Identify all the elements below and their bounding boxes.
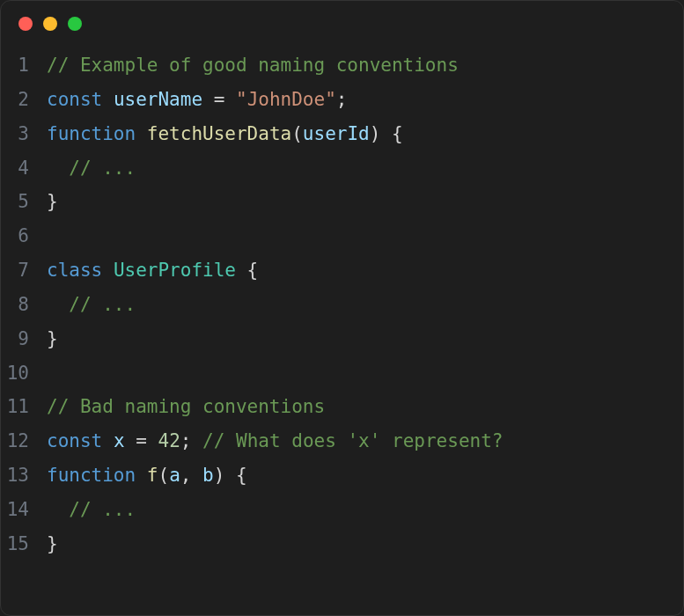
maximize-icon[interactable] <box>68 17 82 31</box>
token-punct: ; <box>180 430 192 451</box>
code-content: // Bad naming conventions <box>47 390 325 424</box>
token-punct: { <box>392 123 403 144</box>
code-line: 12const x = 42; // What does 'x' represe… <box>1 424 683 458</box>
token-punct <box>224 89 236 110</box>
close-icon[interactable] <box>18 17 33 31</box>
token-punct: ( <box>291 123 303 144</box>
token-punct: } <box>47 328 58 349</box>
token-punct <box>102 89 114 110</box>
code-content <box>47 356 58 391</box>
line-number: 4 <box>1 151 47 186</box>
token-punct <box>202 89 214 110</box>
code-content: class UserProfile { <box>47 253 258 288</box>
token-number: 42 <box>158 430 180 451</box>
code-line: 15} <box>1 527 683 561</box>
line-number: 10 <box>1 356 47 391</box>
token-param: userId <box>303 123 370 144</box>
line-number: 14 <box>1 493 47 527</box>
token-keyword: class <box>47 260 102 281</box>
token-func: fetchUserData <box>147 123 291 144</box>
token-keyword: const <box>47 430 102 451</box>
token-comment: // Example of good naming conventions <box>47 55 459 76</box>
code-content: // Example of good naming conventions <box>47 48 459 83</box>
titlebar <box>1 1 683 40</box>
code-line: 8 // ... <box>1 288 683 322</box>
code-line: 7class UserProfile { <box>1 253 683 288</box>
token-punct <box>380 123 392 144</box>
code-content: const userName = "JohnDoe"; <box>47 83 347 117</box>
code-line: 4 // ... <box>1 151 683 186</box>
code-content: // ... <box>47 288 136 322</box>
token-punct: { <box>236 465 247 486</box>
code-content: const x = 42; // What does 'x' represent… <box>47 424 503 458</box>
token-keyword: const <box>47 89 102 110</box>
code-content <box>47 219 58 253</box>
token-punct <box>136 465 147 486</box>
token-punct <box>191 465 202 486</box>
token-punct <box>125 430 136 451</box>
token-punct: ( <box>158 465 169 486</box>
token-ident: userName <box>114 89 202 110</box>
token-punct: ) <box>370 123 381 144</box>
token-class: UserProfile <box>114 260 236 281</box>
token-punct <box>224 465 236 486</box>
line-number: 1 <box>1 48 47 83</box>
line-number: 3 <box>1 117 47 151</box>
token-operator: = <box>214 89 225 110</box>
code-line: 1// Example of good naming conventions <box>1 48 683 83</box>
code-line: 11// Bad naming conventions <box>1 390 683 424</box>
token-punct <box>191 430 202 451</box>
code-line: 5} <box>1 185 683 219</box>
token-punct: ; <box>336 89 348 110</box>
token-punct: { <box>247 260 259 281</box>
line-number: 5 <box>1 185 47 219</box>
code-content: } <box>47 185 58 219</box>
token-ident: x <box>114 430 125 451</box>
token-punct: , <box>180 465 192 486</box>
code-line: 9} <box>1 322 683 356</box>
token-comment: // What does 'x' represent? <box>202 430 503 451</box>
code-content: // ... <box>47 151 136 186</box>
line-number: 12 <box>1 424 47 458</box>
code-line: 2const userName = "JohnDoe"; <box>1 83 683 117</box>
line-number: 8 <box>1 288 47 322</box>
token-punct <box>147 430 158 451</box>
token-param: a <box>169 465 180 486</box>
token-string: "JohnDoe" <box>236 89 336 110</box>
line-number: 15 <box>1 527 47 561</box>
token-punct <box>47 499 69 520</box>
token-func: f <box>147 465 158 486</box>
token-punct <box>47 294 69 315</box>
token-punct: } <box>47 191 58 212</box>
code-content: } <box>47 527 58 561</box>
minimize-icon[interactable] <box>43 17 57 31</box>
token-param: b <box>202 465 214 486</box>
token-punct <box>102 430 114 451</box>
line-number: 13 <box>1 458 47 493</box>
line-number: 6 <box>1 219 47 253</box>
token-comment: // Bad naming conventions <box>47 396 325 417</box>
token-punct <box>47 158 69 179</box>
token-punct <box>136 123 147 144</box>
line-number: 2 <box>1 83 47 117</box>
code-content: // ... <box>47 493 136 527</box>
code-line: 6 <box>1 219 683 253</box>
line-number: 11 <box>1 390 47 424</box>
code-content: function fetchUserData(userId) { <box>47 117 403 151</box>
code-line: 14 // ... <box>1 493 683 527</box>
token-comment: // ... <box>69 499 136 520</box>
token-keyword: function <box>47 123 136 144</box>
editor-window: 1// Example of good naming conventions2c… <box>0 0 684 616</box>
code-line: 13function f(a, b) { <box>1 458 683 493</box>
line-number: 7 <box>1 253 47 288</box>
code-content: function f(a, b) { <box>47 458 247 493</box>
code-area[interactable]: 1// Example of good naming conventions2c… <box>1 40 683 561</box>
line-number: 9 <box>1 322 47 356</box>
token-operator: = <box>136 430 147 451</box>
token-punct <box>102 260 114 281</box>
code-line: 3function fetchUserData(userId) { <box>1 117 683 151</box>
token-comment: // ... <box>69 294 136 315</box>
token-punct <box>236 260 247 281</box>
code-content: } <box>47 322 58 356</box>
code-line: 10 <box>1 356 683 391</box>
